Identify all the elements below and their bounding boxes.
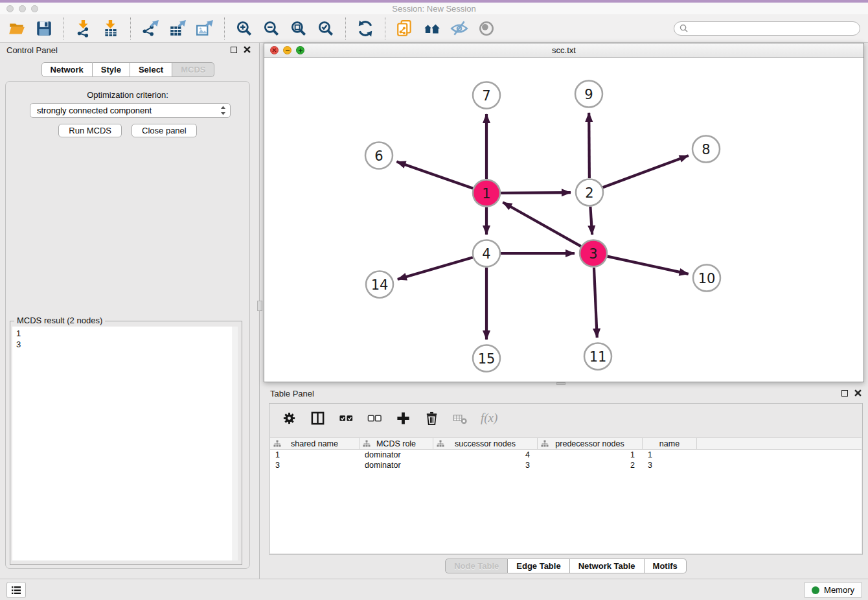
horizontal-splitter-grip[interactable]: [556, 382, 565, 385]
graph-node-9[interactable]: 9: [575, 81, 602, 108]
refresh-view-icon[interactable]: [356, 19, 374, 38]
table-cell: 1: [643, 450, 697, 460]
table-cell: 3: [643, 460, 697, 470]
export-network-icon[interactable]: [141, 19, 159, 38]
graph-edge-1-2[interactable]: [501, 192, 571, 193]
close-panel-icon[interactable]: [244, 46, 251, 53]
table-row[interactable]: 3dominator323: [270, 460, 862, 470]
graph-node-11[interactable]: 11: [584, 343, 611, 370]
show-all-icon[interactable]: [477, 19, 496, 38]
session-title: Session: New Session: [0, 4, 868, 14]
table-toolbar: f(x): [269, 404, 862, 432]
select-all-icon[interactable]: [338, 410, 354, 426]
graph-node-4[interactable]: 4: [473, 240, 500, 267]
float-panel-icon[interactable]: [231, 47, 237, 53]
hide-selected-icon[interactable]: [450, 19, 468, 38]
add-row-icon[interactable]: [395, 410, 411, 426]
table-panel-tabs: Node Table Edge Table Network Table Moti…: [264, 559, 868, 573]
zoom-selected-icon[interactable]: [317, 19, 335, 38]
graph-node-15[interactable]: 15: [473, 345, 500, 372]
tab-select[interactable]: Select: [130, 62, 172, 77]
vertical-splitter[interactable]: [256, 43, 264, 579]
float-table-panel-icon[interactable]: [841, 390, 848, 397]
graph-edge-2-3[interactable]: [590, 207, 592, 235]
zoom-fit-icon[interactable]: [290, 19, 308, 38]
deselect-all-icon[interactable]: [367, 410, 382, 426]
column-header-shared-name[interactable]: shared name: [270, 438, 360, 449]
show-columns-icon[interactable]: [310, 410, 325, 426]
graph-node-1[interactable]: 1: [473, 180, 500, 207]
open-session-icon[interactable]: [8, 19, 26, 38]
graph-node-6[interactable]: 6: [365, 143, 393, 169]
graph-node-14[interactable]: 14: [366, 271, 393, 298]
svg-text:9: 9: [584, 87, 593, 102]
graph-edge-4-14[interactable]: [398, 257, 473, 279]
close-panel-button[interactable]: Close panel: [131, 124, 197, 137]
graph-node-2[interactable]: 2: [576, 179, 603, 206]
delete-table-icon[interactable]: [452, 410, 468, 426]
graph-edge-1-6[interactable]: [396, 162, 473, 189]
graph-node-3[interactable]: 3: [580, 240, 607, 267]
export-image-icon[interactable]: [196, 19, 214, 38]
tab-motifs[interactable]: Motifs: [645, 559, 687, 573]
graph-edge-2-8[interactable]: [603, 156, 689, 187]
run-mcds-button[interactable]: Run MCDS: [58, 124, 122, 137]
table-cell: 3: [270, 460, 360, 470]
svg-text:3: 3: [589, 246, 597, 262]
delete-rows-icon[interactable]: [424, 410, 439, 426]
graph-edge-3-1[interactable]: [503, 202, 581, 246]
table-cell: 3: [433, 460, 538, 470]
toolbar-separator: [224, 17, 225, 40]
network-window-titlebar[interactable]: scc.txt: [264, 43, 863, 58]
search-input[interactable]: [691, 24, 854, 33]
save-session-icon[interactable]: [35, 19, 53, 38]
search-box[interactable]: [674, 21, 860, 36]
tab-mcds[interactable]: MCDS: [172, 62, 214, 77]
table-cell-filler: [697, 450, 862, 460]
search-icon: [680, 24, 688, 32]
node-table-container: f(x) shared name MCDS role successor nod…: [269, 403, 863, 555]
splitter-grip[interactable]: [257, 301, 262, 311]
task-history-button[interactable]: [6, 582, 26, 598]
zoom-in-icon[interactable]: [235, 19, 253, 38]
graph-node-7[interactable]: 7: [473, 82, 500, 109]
network-canvas[interactable]: 7968124314101511: [264, 58, 863, 382]
close-table-panel-icon[interactable]: [854, 389, 862, 397]
table-row[interactable]: 1dominator411: [270, 450, 862, 460]
function-builder-icon[interactable]: f(x): [481, 411, 497, 425]
column-header-predecessor-nodes[interactable]: predecessor nodes: [538, 438, 643, 449]
mcds-result-area[interactable]: 1 3: [12, 327, 238, 560]
column-header-successor-nodes[interactable]: successor nodes: [433, 438, 538, 449]
column-header-name[interactable]: name: [643, 438, 697, 449]
network-graph[interactable]: 7968124314101511: [264, 58, 863, 382]
result-scrollbar[interactable]: [233, 327, 238, 560]
graph-edge-3-11[interactable]: [594, 268, 597, 338]
zoom-out-icon[interactable]: [262, 19, 280, 38]
mcds-result-group: MCDS result (2 nodes) 1 3: [10, 321, 242, 565]
application-window: Session: New Session: [0, 0, 868, 600]
table-cell: 2: [538, 460, 643, 470]
graph-edge-3-10[interactable]: [607, 257, 688, 274]
import-network-icon[interactable]: [74, 19, 93, 38]
tab-style[interactable]: Style: [93, 62, 130, 77]
control-panel-title: Control Panel: [6, 45, 58, 55]
clone-network-icon[interactable]: [396, 19, 414, 38]
svg-text:1: 1: [482, 186, 490, 202]
node-table: shared name MCDS role successor nodes pr…: [270, 437, 862, 553]
import-table-icon[interactable]: [102, 19, 120, 38]
table-cell-filler: [697, 460, 862, 470]
table-panel-title: Table Panel: [270, 389, 314, 398]
optimization-criterion-select[interactable]: strongly connected component: [30, 103, 231, 118]
tab-network[interactable]: Network: [41, 62, 93, 77]
tab-node-table[interactable]: Node Table: [445, 559, 508, 573]
graph-node-8[interactable]: 8: [692, 136, 720, 163]
tab-edge-table[interactable]: Edge Table: [508, 559, 569, 573]
memory-button[interactable]: Memory: [804, 582, 862, 598]
tab-network-table[interactable]: Network Table: [570, 559, 645, 573]
table-settings-icon[interactable]: [281, 410, 297, 426]
graph-node-10[interactable]: 10: [693, 265, 720, 292]
export-table-icon[interactable]: [168, 19, 187, 38]
graph-edge-2-9[interactable]: [589, 113, 589, 178]
column-header-mcds-role[interactable]: MCDS role: [360, 438, 433, 449]
group-nodes-icon[interactable]: [423, 19, 441, 38]
